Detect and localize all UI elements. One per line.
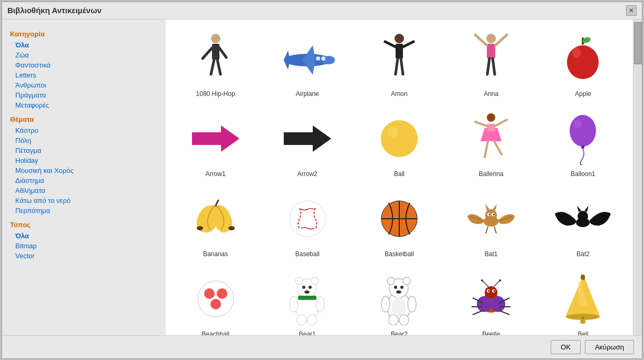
scrollbar-thumb[interactable] bbox=[634, 22, 642, 64]
grid-item-bat2[interactable]: Bat2 bbox=[539, 185, 628, 262]
sidebar-item-space[interactable]: Διάστημα bbox=[10, 176, 158, 186]
svg-line-39 bbox=[485, 141, 488, 157]
footer: OK Ακύρωση bbox=[2, 335, 642, 358]
svg-point-107 bbox=[499, 279, 501, 281]
grid-item-ball[interactable]: Ball bbox=[354, 105, 444, 182]
main-area: Κατηγορία Όλα Ζώα Φανταστικά Letters Άνθ… bbox=[2, 20, 642, 335]
grid-item-baseball-image bbox=[278, 190, 337, 248]
svg-point-99 bbox=[491, 296, 505, 312]
grid-item-anna[interactable]: Anna bbox=[447, 25, 536, 102]
svg-point-95 bbox=[392, 297, 406, 316]
svg-point-93 bbox=[389, 315, 398, 325]
grid-item-balloon1-label: Balloon1 bbox=[571, 170, 595, 178]
grid-item-balloon1[interactable]: Balloon1 bbox=[539, 105, 628, 182]
grid-item-bat1-label: Bat1 bbox=[485, 250, 498, 258]
svg-line-18 bbox=[396, 59, 398, 74]
svg-point-94 bbox=[399, 315, 409, 325]
grid-item-hiphop-label: 1080 Hip-Hop bbox=[196, 90, 235, 98]
svg-point-98 bbox=[477, 296, 492, 312]
svg-rect-15 bbox=[396, 44, 403, 59]
grid-item-apple[interactable]: Apple bbox=[539, 25, 628, 102]
grid-item-bat1-image bbox=[462, 190, 520, 248]
svg-point-106 bbox=[481, 279, 483, 281]
grid-item-beachball[interactable]: Beachball bbox=[171, 265, 260, 335]
grid-item-bat1[interactable]: Bat1 bbox=[447, 185, 536, 262]
svg-point-0 bbox=[211, 34, 220, 43]
grid-item-arrow2-image bbox=[278, 110, 337, 168]
scrollbar[interactable] bbox=[633, 20, 642, 335]
sidebar-item-vector[interactable]: Vector bbox=[10, 251, 158, 261]
sidebar-item-castle[interactable]: Κάστρο bbox=[10, 125, 158, 135]
svg-rect-1 bbox=[212, 44, 219, 60]
grid-item-amon[interactable]: Amon bbox=[354, 25, 444, 102]
sidebar-item-city[interactable]: Πόλη bbox=[10, 135, 158, 145]
grid-item-baseball-label: Baseball bbox=[295, 250, 320, 258]
grid-item-arrow2[interactable]: Arrow2 bbox=[263, 105, 352, 182]
grid-item-beetle-label: Beetle bbox=[482, 330, 500, 335]
sidebar-item-holiday[interactable]: Holiday bbox=[10, 155, 158, 166]
items-grid: 1080 Hip-Hop bbox=[166, 20, 633, 335]
close-button[interactable]: ✕ bbox=[626, 5, 637, 16]
svg-point-58 bbox=[493, 213, 495, 215]
svg-point-79 bbox=[290, 296, 298, 312]
grid-item-bear2-image bbox=[370, 270, 428, 328]
sidebar-item-people[interactable]: Άνθρωποι bbox=[10, 80, 158, 90]
sidebar-item-transport[interactable]: Μεταφορές bbox=[10, 100, 158, 110]
svg-point-89 bbox=[400, 286, 403, 289]
sidebar-item-fantasy[interactable]: Φανταστικά bbox=[10, 60, 158, 70]
svg-point-91 bbox=[381, 296, 390, 312]
svg-point-69 bbox=[217, 288, 227, 299]
sidebar-item-letters[interactable]: Letters bbox=[10, 70, 158, 80]
svg-rect-43 bbox=[581, 145, 584, 149]
grid-item-arrow1[interactable]: Arrow1 bbox=[171, 105, 260, 182]
content-area: 1080 Hip-Hop bbox=[166, 20, 633, 335]
sidebar-item-bitmap[interactable]: Bitmap bbox=[10, 241, 158, 251]
sidebar-item-flying[interactable]: Πέταγμα bbox=[10, 145, 158, 155]
grid-item-basketball[interactable]: Basketball bbox=[354, 185, 444, 262]
grid-item-hiphop-image bbox=[187, 30, 245, 87]
grid-item-airplane[interactable]: Airplane bbox=[263, 25, 352, 102]
svg-point-86 bbox=[387, 277, 395, 285]
cancel-button[interactable]: Ακύρωση bbox=[585, 340, 634, 354]
svg-line-62 bbox=[494, 227, 496, 233]
themes-section-title: Θέματα bbox=[10, 115, 158, 123]
svg-rect-21 bbox=[487, 44, 495, 59]
svg-point-103 bbox=[494, 290, 495, 291]
sidebar-item-underwater[interactable]: Κάτω από το νερό bbox=[10, 196, 158, 206]
grid-item-airplane-label: Airplane bbox=[296, 90, 319, 98]
svg-line-113 bbox=[499, 310, 510, 315]
svg-marker-31 bbox=[284, 125, 331, 152]
grid-item-bear1[interactable]: Bear1 bbox=[263, 265, 352, 335]
grid-item-baseball[interactable]: Baseball bbox=[263, 185, 352, 262]
grid-item-bell-image bbox=[554, 270, 612, 328]
sidebar-item-music[interactable]: Μουσική και Χορός bbox=[10, 166, 158, 176]
sidebar-item-animals[interactable]: Ζώα bbox=[10, 50, 158, 60]
grid-item-bear2[interactable]: Bear2 bbox=[354, 265, 444, 335]
sidebar-item-all-category[interactable]: Όλα bbox=[10, 40, 158, 50]
grid-item-amon-label: Amon bbox=[391, 90, 407, 98]
grid-item-bell[interactable]: Bell bbox=[539, 265, 628, 335]
grid-item-hiphop[interactable]: 1080 Hip-Hop bbox=[171, 25, 260, 102]
sidebar-item-things[interactable]: Πράγματα bbox=[10, 90, 158, 100]
svg-point-14 bbox=[395, 34, 404, 43]
grid-item-beachball-image bbox=[187, 270, 245, 328]
grid-item-apple-image bbox=[554, 30, 612, 87]
svg-point-102 bbox=[488, 290, 490, 291]
svg-marker-30 bbox=[192, 125, 239, 152]
grid-item-amon-image bbox=[370, 30, 428, 87]
svg-point-13 bbox=[321, 56, 325, 61]
grid-item-beetle[interactable]: Beetle bbox=[447, 265, 536, 335]
grid-item-bananas[interactable]: Bananas bbox=[171, 185, 260, 262]
grid-item-ballerina-label: Ballerina bbox=[479, 170, 504, 178]
sidebar-item-sports[interactable]: Αθλήματα bbox=[10, 186, 158, 196]
svg-point-46 bbox=[290, 201, 325, 237]
sidebar-item-all-type[interactable]: Όλα bbox=[10, 231, 158, 241]
svg-point-64 bbox=[578, 211, 588, 221]
sidebar-item-walking[interactable]: Περπάτημα bbox=[10, 206, 158, 216]
svg-point-90 bbox=[396, 290, 401, 294]
svg-point-76 bbox=[302, 286, 305, 289]
grid-item-apple-label: Apple bbox=[575, 90, 591, 98]
ok-button[interactable]: OK bbox=[551, 340, 581, 354]
svg-point-29 bbox=[572, 47, 581, 58]
grid-item-ballerina[interactable]: Ballerina bbox=[447, 105, 536, 182]
